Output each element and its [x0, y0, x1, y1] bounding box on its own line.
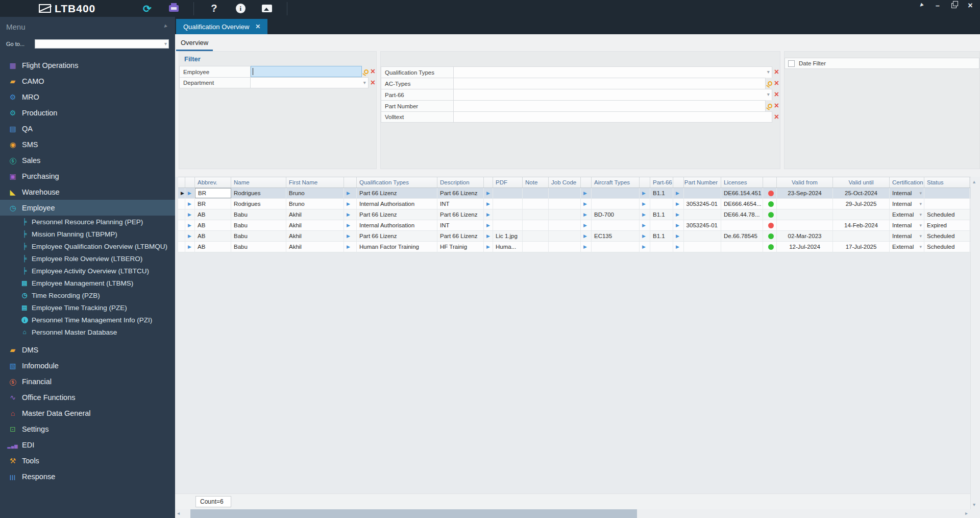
sidebar-item-dms[interactable]: ▰DMS: [0, 342, 175, 358]
sidebar-item-employee[interactable]: ◷Employee: [0, 200, 175, 216]
cell-first[interactable]: Akhil: [286, 209, 344, 220]
sidebar-item-flight-operations[interactable]: ▦Flight Operations: [0, 57, 175, 73]
expand-arrow-icon[interactable]: ▶: [583, 191, 587, 196]
cell-name[interactable]: Rodrigues: [231, 199, 286, 209]
sidebar-item-tools[interactable]: ⚒Tools: [0, 453, 175, 468]
horizontal-scrollbar[interactable]: ◂ ▸: [175, 509, 980, 518]
sidebar-item-office-functions[interactable]: ∿Office Functions: [0, 389, 175, 405]
sidebar-item-sms[interactable]: ◉SMS: [0, 136, 175, 152]
table-row[interactable]: ▶ABBabuAkhil▶Human Factor TrainingHF Tra…: [178, 242, 970, 252]
cell-pdf[interactable]: [493, 199, 523, 209]
expand-arrow-icon[interactable]: ▶: [676, 223, 679, 228]
clear-filter-icon[interactable]: ×: [371, 79, 375, 87]
chevron-down-icon[interactable]: ▾: [919, 191, 922, 196]
cell-pn[interactable]: [684, 188, 721, 198]
department-input[interactable]: ▾: [251, 77, 369, 88]
cell-vfrom[interactable]: 02-Mar-2023: [777, 231, 833, 241]
chevron-down-icon[interactable]: ▾: [919, 212, 922, 217]
cell-job[interactable]: [549, 231, 581, 241]
cell-p66[interactable]: B1.1: [650, 188, 673, 198]
cell-vfrom[interactable]: 23-Sep-2024: [777, 188, 833, 198]
expand-arrow-icon[interactable]: ▶: [642, 212, 646, 217]
sidebar-item-camo[interactable]: ▰CAMO: [0, 73, 175, 89]
cell-first[interactable]: Akhil: [286, 220, 344, 230]
cell-p66[interactable]: [650, 242, 673, 252]
search-icon[interactable]: [768, 104, 772, 108]
expand-arrow-icon[interactable]: ▶: [347, 233, 350, 239]
help-icon[interactable]: ?: [207, 2, 220, 15]
cell-desc[interactable]: Part 66 Lizenz: [437, 209, 484, 220]
sidebar-item-edi[interactable]: ▂▄▆EDI: [0, 437, 175, 453]
sidebar-subitem-employee-activity-overview-ltbtcu[interactable]: ╞Employee Activity Overview (LTBTCU): [0, 265, 175, 277]
expand-arrow-icon[interactable]: ▶: [486, 201, 490, 206]
cell-note[interactable]: [523, 209, 549, 220]
cell-vfrom[interactable]: [777, 199, 833, 209]
cell-first[interactable]: Bruno: [286, 188, 344, 198]
cell-ac[interactable]: [592, 242, 640, 252]
expand-arrow-icon[interactable]: ▶: [188, 212, 191, 217]
expand-arrow-icon[interactable]: ▶: [642, 201, 646, 206]
expand-arrow-icon[interactable]: ▶: [347, 191, 350, 196]
volltext-input[interactable]: [454, 111, 772, 123]
cell-name[interactable]: Babu: [231, 242, 286, 252]
table-row[interactable]: ▶ABBabuAkhil▶Internal AuthorisationINT▶▶…: [178, 220, 970, 231]
expand-arrow-icon[interactable]: ▶: [486, 223, 490, 228]
sidebar-subitem-time-recording-pzb[interactable]: ◷Time Recording (PZB): [0, 289, 175, 301]
sidebar-item-purchasing[interactable]: ▣Purchasing: [0, 168, 175, 184]
search-icon[interactable]: [768, 81, 772, 86]
chevron-down-icon[interactable]: ▾: [919, 201, 922, 206]
column-header-certification[interactable]: Certification: [890, 177, 924, 187]
sidebar-item-qa[interactable]: ▤QA: [0, 121, 175, 136]
subtab-overview[interactable]: Overview: [176, 36, 213, 51]
cell-pn[interactable]: [684, 209, 721, 220]
expand-arrow-icon[interactable]: ▶: [642, 244, 646, 249]
cell-job[interactable]: [549, 209, 581, 220]
table-row[interactable]: ▶▶BRRodriguesBruno▶Part 66 LizenzPart 66…: [178, 188, 970, 199]
expand-arrow-icon[interactable]: ▶: [486, 233, 490, 239]
cell-ac[interactable]: [592, 199, 640, 209]
cell-status[interactable]: [924, 188, 970, 198]
column-header-pdf[interactable]: PDF: [493, 177, 523, 187]
cell-status[interactable]: Scheduled: [924, 209, 970, 220]
cell-first[interactable]: Bruno: [286, 199, 344, 209]
cell-status[interactable]: Scheduled: [924, 242, 970, 252]
maximize-icon[interactable]: [948, 1, 960, 10]
column-header-abbrev[interactable]: Abbrev.: [195, 177, 231, 187]
cell-name[interactable]: Rodrigues: [231, 188, 286, 198]
cell-pdf[interactable]: [493, 188, 523, 198]
expand-arrow-icon[interactable]: ▶: [583, 233, 587, 239]
cell-abbrev[interactable]: BR: [195, 199, 231, 209]
expand-arrow-icon[interactable]: ▶: [188, 223, 191, 228]
part-66-input[interactable]: ▾: [454, 89, 772, 100]
column-header-part-number[interactable]: Part Number: [684, 177, 721, 187]
chevron-down-icon[interactable]: ▾: [767, 69, 770, 75]
cell-cert[interactable]: External▾: [890, 242, 924, 252]
cell-qual[interactable]: Internal Authorisation: [357, 220, 437, 230]
info-icon[interactable]: i: [234, 2, 247, 15]
print-icon[interactable]: [167, 2, 180, 15]
expand-arrow-icon[interactable]: ▶: [188, 201, 191, 206]
cell-qual[interactable]: Internal Authorisation: [357, 199, 437, 209]
cell-status[interactable]: Expired: [924, 220, 970, 230]
cell-cert[interactable]: Internal▾: [890, 220, 924, 230]
cell-desc[interactable]: INT: [437, 199, 484, 209]
expand-arrow-icon[interactable]: ▶: [583, 244, 587, 249]
cell-pdf[interactable]: [493, 220, 523, 230]
expand-arrow-icon[interactable]: ▶: [676, 233, 679, 239]
cell-note[interactable]: [523, 242, 549, 252]
cell-note[interactable]: [523, 231, 549, 241]
sidebar-item-settings[interactable]: ⊡Settings: [0, 421, 175, 437]
expand-arrow-icon[interactable]: ▶: [676, 201, 679, 206]
cell-pdf[interactable]: Lic 1.jpg: [493, 231, 523, 241]
sidebar-subitem-personnel-time-management-info-pzi[interactable]: iPersonnel Time Management Info (PZI): [0, 314, 175, 326]
cell-vfrom[interactable]: 12-Jul-2024: [777, 242, 833, 252]
cell-vuntil[interactable]: 14-Feb-2024: [833, 220, 890, 230]
refresh-icon[interactable]: ⟳: [140, 2, 154, 15]
tab-qualification-overview[interactable]: Qualification Overview ✕: [176, 19, 267, 34]
column-header-valid-until[interactable]: Valid until: [833, 177, 890, 187]
sidebar-subitem-personnel-master-database[interactable]: ⌂Personnel Master Database: [0, 326, 175, 338]
column-header-job-code[interactable]: Job Code: [549, 177, 581, 187]
sidebar-subitem-employee-time-tracking-pze[interactable]: ▤Employee Time Tracking (PZE): [0, 301, 175, 314]
cell-qual[interactable]: Part 66 Lizenz: [357, 188, 437, 198]
pin-icon[interactable]: ►: [916, 1, 927, 10]
